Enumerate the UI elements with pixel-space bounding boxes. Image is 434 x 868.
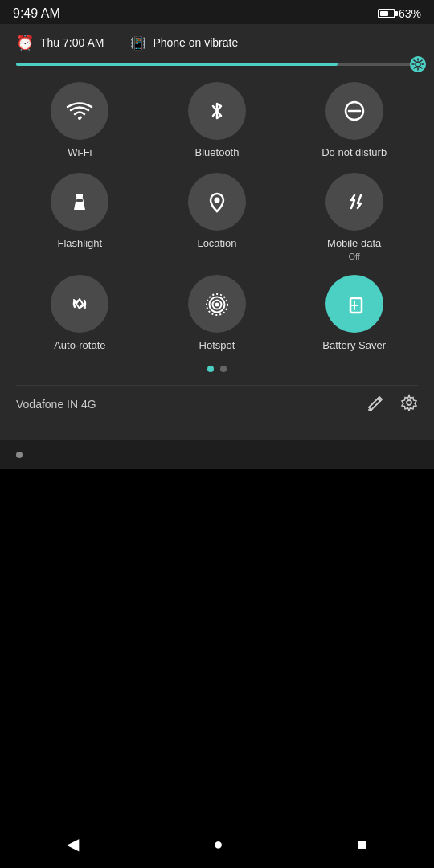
brightness-thumb[interactable] <box>410 56 426 72</box>
dot-2 <box>220 366 227 372</box>
home-button[interactable]: ● <box>205 827 231 862</box>
svg-rect-12 <box>76 194 83 198</box>
battery-fill <box>380 11 388 16</box>
status-bar: 9:49 AM 63% <box>0 0 434 24</box>
svg-point-15 <box>215 303 219 307</box>
tile-batterysaver[interactable]: Battery Saver <box>290 275 418 353</box>
battery-icon <box>378 9 395 18</box>
tile-location[interactable]: Location <box>154 173 281 262</box>
tile-label-bluetooth: Bluetooth <box>195 146 240 160</box>
status-time: 9:49 AM <box>13 6 60 21</box>
back-button[interactable]: ◀ <box>59 826 87 862</box>
tile-bluetooth[interactable]: Bluetooth <box>154 82 281 160</box>
tile-circle-hotspot <box>188 275 246 333</box>
autorotate-icon <box>65 289 94 318</box>
svg-point-0 <box>416 62 420 67</box>
tile-circle-autorotate <box>51 275 108 333</box>
brightness-fill <box>16 63 338 66</box>
tiles-grid: Wi-Fi Bluetooth Do not disturb <box>16 82 418 353</box>
tile-label-batterysaver: Battery Saver <box>322 339 386 353</box>
svg-point-24 <box>407 400 411 405</box>
tile-label-location: Location <box>197 237 236 251</box>
location-icon <box>203 187 231 216</box>
tile-label-hotspot: Hotspot <box>199 339 235 353</box>
alarm-row: ⏰ Thu 7:00 AM 📳 Phone on vibrate <box>16 34 418 51</box>
tile-label-wifi: Wi-Fi <box>68 146 92 160</box>
svg-point-14 <box>214 197 219 203</box>
notification-area <box>0 440 434 469</box>
carrier-label: Vodafone IN 4G <box>16 398 96 411</box>
mobiledata-icon <box>340 187 369 216</box>
flashlight-icon <box>65 187 94 216</box>
tile-label-autorotate: Auto-rotate <box>54 339 105 353</box>
brightness-row[interactable] <box>16 63 418 66</box>
footer-icons <box>366 394 418 416</box>
tile-dnd[interactable]: Do not disturb <box>290 82 418 160</box>
tile-hotspot[interactable]: Hotspot <box>154 275 281 353</box>
tile-autorotate[interactable]: Auto-rotate <box>16 275 144 353</box>
edit-icon <box>366 394 384 411</box>
alarm-time: Thu 7:00 AM <box>40 36 104 49</box>
svg-point-9 <box>78 117 81 120</box>
settings-icon <box>400 394 418 411</box>
tile-wifi[interactable]: Wi-Fi <box>16 82 144 160</box>
svg-line-5 <box>414 60 415 61</box>
dot-1 <box>207 366 214 372</box>
svg-line-7 <box>421 60 422 61</box>
wifi-icon <box>65 96 94 125</box>
recents-button[interactable]: ■ <box>349 827 375 862</box>
tile-circle-wifi <box>51 82 108 140</box>
svg-line-6 <box>421 68 422 68</box>
tile-circle-bluetooth <box>188 82 246 140</box>
alarm-divider <box>117 35 117 51</box>
tile-label-flashlight: Flashlight <box>58 237 103 251</box>
vibrate-icon: 📳 <box>130 35 146 51</box>
svg-rect-13 <box>76 199 83 202</box>
tile-flashlight[interactable]: Flashlight <box>16 173 144 262</box>
tile-sublabel-mobiledata: Off <box>327 251 381 262</box>
settings-button[interactable] <box>400 394 418 416</box>
tile-label-dnd: Do not disturb <box>321 146 387 160</box>
svg-rect-20 <box>352 297 356 298</box>
notification-dot <box>16 452 23 458</box>
batterysaver-icon <box>340 289 369 318</box>
tile-circle-location <box>188 173 246 231</box>
footer-row: Vodafone IN 4G <box>16 385 418 424</box>
brightness-sun-icon <box>411 58 424 71</box>
vibrate-label: Phone on vibrate <box>153 36 238 49</box>
tile-label-mobiledata-container: Mobile data Off <box>327 237 381 262</box>
bluetooth-icon <box>203 96 231 125</box>
edit-button[interactable] <box>366 394 384 416</box>
status-right: 63% <box>378 7 421 20</box>
alarm-icon: ⏰ <box>16 34 34 51</box>
battery-percent: 63% <box>399 7 421 20</box>
brightness-track[interactable] <box>16 63 418 66</box>
tile-circle-mobiledata <box>326 173 383 231</box>
svg-line-8 <box>414 68 415 68</box>
nav-bar: ◀ ● ■ <box>0 820 434 868</box>
tile-circle-flashlight <box>51 173 108 231</box>
tile-label-mobiledata: Mobile data <box>327 237 381 251</box>
tile-circle-batterysaver <box>326 275 383 333</box>
dnd-icon <box>340 96 369 125</box>
tile-circle-dnd <box>326 82 383 140</box>
tile-mobiledata[interactable]: Mobile data Off <box>290 173 418 262</box>
page-dots <box>16 366 418 372</box>
hotspot-icon <box>203 289 231 318</box>
quick-settings-panel: ⏰ Thu 7:00 AM 📳 Phone on vibrate <box>0 24 434 440</box>
